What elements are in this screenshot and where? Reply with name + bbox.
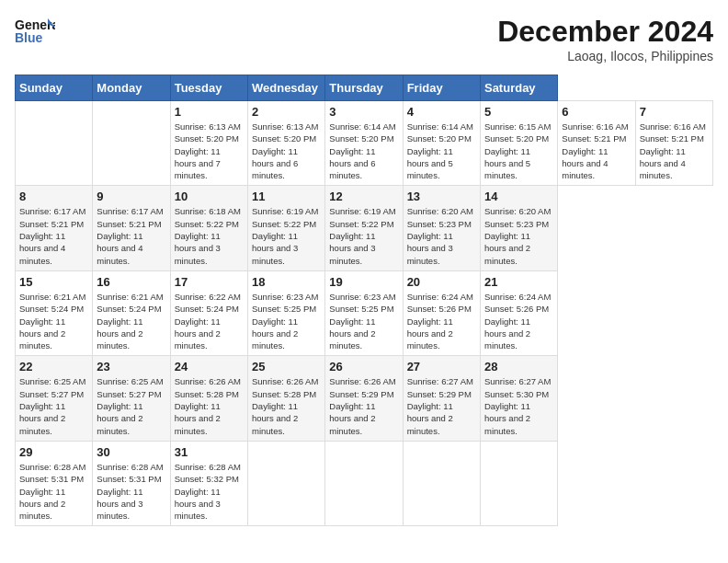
empty-cell bbox=[480, 441, 557, 525]
calendar-week-row: 15 Sunrise: 6:21 AM Sunset: 5:24 PM Dayl… bbox=[16, 270, 713, 355]
day-info: Sunrise: 6:17 AM Sunset: 5:21 PM Dayligh… bbox=[97, 205, 165, 266]
header-saturday: Saturday bbox=[480, 75, 557, 101]
calendar-day-25: 25 Sunrise: 6:26 AM Sunset: 5:28 PM Dayl… bbox=[247, 356, 324, 441]
empty-cell bbox=[16, 101, 93, 186]
day-number: 8 bbox=[19, 190, 88, 203]
day-info: Sunrise: 6:24 AM Sunset: 5:26 PM Dayligh… bbox=[484, 291, 553, 351]
day-number: 10 bbox=[175, 190, 244, 203]
day-number: 5 bbox=[484, 105, 553, 119]
calendar-day-5: 5 Sunrise: 6:15 AM Sunset: 5:20 PM Dayli… bbox=[480, 101, 557, 186]
calendar-day-7: 7 Sunrise: 6:16 AM Sunset: 5:21 PM Dayli… bbox=[635, 101, 712, 186]
calendar-day-15: 15 Sunrise: 6:21 AM Sunset: 5:24 PM Dayl… bbox=[16, 270, 93, 355]
day-info: Sunrise: 6:17 AM Sunset: 5:21 PM Dayligh… bbox=[19, 205, 88, 266]
day-number: 2 bbox=[252, 105, 321, 119]
logo-icon: General Blue bbox=[15, 15, 55, 48]
day-info: Sunrise: 6:21 AM Sunset: 5:24 PM Dayligh… bbox=[19, 291, 88, 351]
day-number: 28 bbox=[484, 360, 553, 373]
calendar-day-30: 30 Sunrise: 6:28 AM Sunset: 5:31 PM Dayl… bbox=[93, 441, 170, 525]
header-tuesday: Tuesday bbox=[170, 75, 247, 101]
calendar-day-17: 17 Sunrise: 6:22 AM Sunset: 5:24 PM Dayl… bbox=[170, 270, 247, 355]
day-info: Sunrise: 6:20 AM Sunset: 5:23 PM Dayligh… bbox=[407, 205, 476, 266]
calendar-day-29: 29 Sunrise: 6:28 AM Sunset: 5:31 PM Dayl… bbox=[16, 441, 93, 525]
calendar-week-row: 8 Sunrise: 6:17 AM Sunset: 5:21 PM Dayli… bbox=[16, 186, 713, 270]
day-number: 1 bbox=[175, 105, 244, 119]
calendar-header-row: SundayMondayTuesdayWednesdayThursdayFrid… bbox=[16, 75, 713, 101]
calendar-day-1: 1 Sunrise: 6:13 AM Sunset: 5:20 PM Dayli… bbox=[170, 101, 247, 186]
day-info: Sunrise: 6:24 AM Sunset: 5:26 PM Dayligh… bbox=[407, 291, 476, 351]
day-info: Sunrise: 6:22 AM Sunset: 5:24 PM Dayligh… bbox=[175, 291, 244, 351]
day-number: 26 bbox=[329, 360, 398, 373]
day-info: Sunrise: 6:13 AM Sunset: 5:20 PM Dayligh… bbox=[252, 121, 321, 181]
empty-cell bbox=[93, 101, 170, 186]
day-number: 27 bbox=[407, 360, 476, 373]
day-number: 24 bbox=[175, 360, 244, 373]
day-info: Sunrise: 6:19 AM Sunset: 5:22 PM Dayligh… bbox=[329, 205, 398, 266]
day-info: Sunrise: 6:14 AM Sunset: 5:20 PM Dayligh… bbox=[407, 121, 476, 181]
day-number: 16 bbox=[97, 275, 165, 289]
day-info: Sunrise: 6:13 AM Sunset: 5:20 PM Dayligh… bbox=[175, 121, 244, 181]
day-info: Sunrise: 6:28 AM Sunset: 5:31 PM Dayligh… bbox=[97, 461, 165, 522]
day-number: 19 bbox=[329, 275, 398, 289]
logo: General Blue bbox=[15, 15, 59, 48]
calendar-table: SundayMondayTuesdayWednesdayThursdayFrid… bbox=[15, 75, 713, 526]
empty-cell bbox=[325, 441, 403, 525]
calendar-day-4: 4 Sunrise: 6:14 AM Sunset: 5:20 PM Dayli… bbox=[403, 101, 480, 186]
calendar-day-14: 14 Sunrise: 6:20 AM Sunset: 5:23 PM Dayl… bbox=[480, 186, 557, 270]
calendar-day-3: 3 Sunrise: 6:14 AM Sunset: 5:20 PM Dayli… bbox=[325, 101, 403, 186]
day-number: 12 bbox=[329, 190, 398, 203]
calendar-day-16: 16 Sunrise: 6:21 AM Sunset: 5:24 PM Dayl… bbox=[93, 270, 170, 355]
calendar-day-8: 8 Sunrise: 6:17 AM Sunset: 5:21 PM Dayli… bbox=[16, 186, 93, 270]
header-wednesday: Wednesday bbox=[247, 75, 324, 101]
calendar-week-row: 1 Sunrise: 6:13 AM Sunset: 5:20 PM Dayli… bbox=[16, 101, 713, 186]
month-year-title: December 2024 bbox=[497, 15, 713, 49]
day-info: Sunrise: 6:25 AM Sunset: 5:27 PM Dayligh… bbox=[97, 375, 165, 436]
location-title: Laoag, Ilocos, Philippines bbox=[497, 49, 713, 63]
calendar-day-11: 11 Sunrise: 6:19 AM Sunset: 5:22 PM Dayl… bbox=[247, 186, 324, 270]
calendar-day-2: 2 Sunrise: 6:13 AM Sunset: 5:20 PM Dayli… bbox=[247, 101, 324, 186]
calendar-day-24: 24 Sunrise: 6:26 AM Sunset: 5:28 PM Dayl… bbox=[170, 356, 247, 441]
day-info: Sunrise: 6:15 AM Sunset: 5:20 PM Dayligh… bbox=[484, 121, 553, 181]
day-number: 15 bbox=[19, 275, 88, 289]
day-info: Sunrise: 6:16 AM Sunset: 5:21 PM Dayligh… bbox=[562, 121, 631, 181]
day-number: 31 bbox=[175, 445, 244, 459]
day-number: 9 bbox=[97, 190, 165, 203]
empty-cell bbox=[247, 441, 324, 525]
day-number: 25 bbox=[252, 360, 321, 373]
day-number: 11 bbox=[252, 190, 321, 203]
day-info: Sunrise: 6:26 AM Sunset: 5:28 PM Dayligh… bbox=[175, 375, 244, 436]
day-number: 3 bbox=[329, 105, 398, 119]
day-number: 4 bbox=[407, 105, 476, 119]
calendar-day-20: 20 Sunrise: 6:24 AM Sunset: 5:26 PM Dayl… bbox=[403, 270, 480, 355]
day-info: Sunrise: 6:23 AM Sunset: 5:25 PM Dayligh… bbox=[252, 291, 321, 351]
calendar-day-23: 23 Sunrise: 6:25 AM Sunset: 5:27 PM Dayl… bbox=[93, 356, 170, 441]
day-info: Sunrise: 6:19 AM Sunset: 5:22 PM Dayligh… bbox=[252, 205, 321, 266]
day-info: Sunrise: 6:26 AM Sunset: 5:29 PM Dayligh… bbox=[329, 375, 398, 436]
day-info: Sunrise: 6:14 AM Sunset: 5:20 PM Dayligh… bbox=[329, 121, 398, 181]
day-number: 6 bbox=[562, 105, 631, 119]
day-number: 30 bbox=[97, 445, 165, 459]
calendar-day-9: 9 Sunrise: 6:17 AM Sunset: 5:21 PM Dayli… bbox=[93, 186, 170, 270]
day-number: 13 bbox=[407, 190, 476, 203]
day-info: Sunrise: 6:20 AM Sunset: 5:23 PM Dayligh… bbox=[484, 205, 553, 266]
svg-text:Blue: Blue bbox=[15, 30, 43, 45]
day-info: Sunrise: 6:26 AM Sunset: 5:28 PM Dayligh… bbox=[252, 375, 321, 436]
calendar-day-10: 10 Sunrise: 6:18 AM Sunset: 5:22 PM Dayl… bbox=[170, 186, 247, 270]
calendar-day-6: 6 Sunrise: 6:16 AM Sunset: 5:21 PM Dayli… bbox=[558, 101, 635, 186]
day-number: 23 bbox=[97, 360, 165, 373]
day-number: 29 bbox=[19, 445, 88, 459]
empty-cell bbox=[403, 441, 480, 525]
calendar-day-19: 19 Sunrise: 6:23 AM Sunset: 5:25 PM Dayl… bbox=[325, 270, 403, 355]
header-thursday: Thursday bbox=[325, 75, 403, 101]
header-sunday: Sunday bbox=[16, 75, 93, 101]
calendar-day-18: 18 Sunrise: 6:23 AM Sunset: 5:25 PM Dayl… bbox=[247, 270, 324, 355]
page-header: General Blue December 2024 Laoag, Ilocos… bbox=[15, 15, 713, 63]
calendar-week-row: 29 Sunrise: 6:28 AM Sunset: 5:31 PM Dayl… bbox=[16, 441, 713, 525]
header-monday: Monday bbox=[93, 75, 170, 101]
day-number: 22 bbox=[19, 360, 88, 373]
day-number: 7 bbox=[640, 105, 709, 119]
day-info: Sunrise: 6:25 AM Sunset: 5:27 PM Dayligh… bbox=[19, 375, 88, 436]
calendar-day-21: 21 Sunrise: 6:24 AM Sunset: 5:26 PM Dayl… bbox=[480, 270, 557, 355]
calendar-day-22: 22 Sunrise: 6:25 AM Sunset: 5:27 PM Dayl… bbox=[16, 356, 93, 441]
day-number: 20 bbox=[407, 275, 476, 289]
header-friday: Friday bbox=[403, 75, 480, 101]
